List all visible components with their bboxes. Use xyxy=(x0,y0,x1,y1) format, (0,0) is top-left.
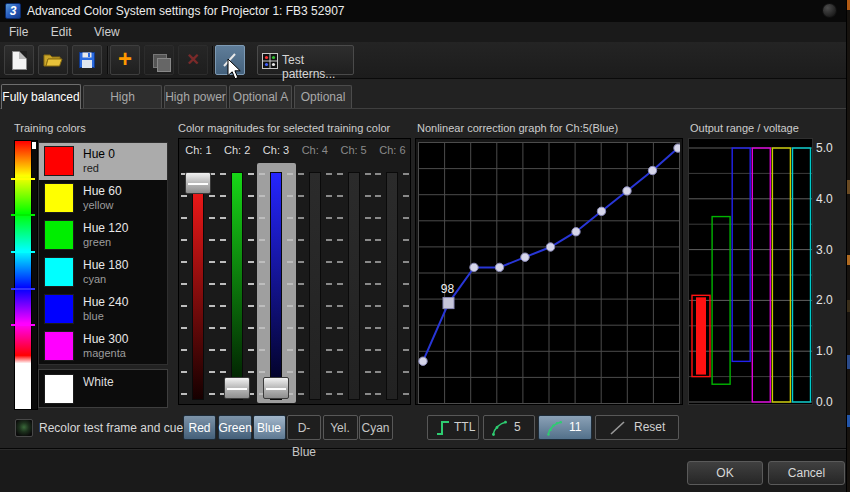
window-button[interactable] xyxy=(822,3,837,18)
slider-tick xyxy=(209,393,215,395)
slider-tick xyxy=(375,283,381,285)
training-item-magenta[interactable]: Hue 300magenta xyxy=(39,328,167,365)
slider-tick xyxy=(337,349,343,351)
color-swatch xyxy=(44,257,74,287)
tab-optional-a[interactable]: Optional A xyxy=(229,85,292,108)
graph-point-4[interactable] xyxy=(521,253,529,261)
output-range-label: Output range / voltage xyxy=(690,122,799,134)
graph-point-0[interactable] xyxy=(419,357,427,365)
slider-tick xyxy=(259,349,265,351)
training-item-yellow[interactable]: Hue 60yellow xyxy=(39,180,167,217)
slider-tick xyxy=(248,173,254,175)
channel-1-slider-track[interactable] xyxy=(192,172,204,400)
tab-optional-b[interactable]: Optional B xyxy=(294,85,352,108)
channel-button-red[interactable]: Red xyxy=(183,415,216,440)
channel-1-slider-thumb[interactable] xyxy=(185,172,211,194)
graph-point-6[interactable] xyxy=(572,228,580,236)
delete-button[interactable]: ✕ xyxy=(178,45,208,75)
curve-5-button[interactable]: 5 xyxy=(483,415,535,440)
slider-tick xyxy=(337,283,343,285)
channel-button-green[interactable]: Green xyxy=(218,415,252,440)
graph-point-8[interactable] xyxy=(623,187,631,195)
channel-5-slider-track xyxy=(348,172,360,400)
slider-tick xyxy=(403,195,409,197)
reset-button-label: Reset xyxy=(634,420,665,434)
training-item-green[interactable]: Hue 120green xyxy=(39,217,167,254)
training-item-red[interactable]: Hue 0red xyxy=(39,143,167,180)
graph-point-selected[interactable] xyxy=(443,298,454,309)
slider-tick xyxy=(209,217,215,219)
color-swatch xyxy=(44,220,74,250)
color-name-label: red xyxy=(83,162,99,174)
channel-2-slider-track[interactable] xyxy=(231,172,243,400)
slider-tick xyxy=(298,195,304,197)
slider-tick xyxy=(259,327,265,329)
slider-tick xyxy=(287,283,293,285)
open-button[interactable] xyxy=(38,45,68,75)
ttl-button[interactable]: TTL xyxy=(427,415,479,440)
color-name-label: green xyxy=(83,236,111,248)
channel-header-6: Ch: 6 xyxy=(372,144,412,156)
reset-button[interactable]: Reset xyxy=(595,415,679,440)
slider-tick xyxy=(298,239,304,241)
tab-fully-balanced[interactable]: Fully balanced xyxy=(1,84,81,109)
curve-11-button[interactable]: 11 xyxy=(538,415,592,440)
duplicate-button[interactable] xyxy=(144,45,174,75)
channel-3-slider-thumb[interactable] xyxy=(263,377,289,399)
channel-button-d-blue[interactable]: D-Blue xyxy=(287,415,321,440)
hue-label: Hue 240 xyxy=(83,295,128,309)
slider-tick xyxy=(220,349,226,351)
training-item-blue[interactable]: Hue 240blue xyxy=(39,291,167,328)
menu-file[interactable]: File xyxy=(0,22,37,39)
tab-high-power[interactable]: High power xyxy=(164,85,227,108)
channel-header-5: Ch: 5 xyxy=(334,144,374,156)
slider-tick xyxy=(209,327,215,329)
training-item-white[interactable]: White xyxy=(38,369,168,408)
graph-label: Nonlinear correction graph for Ch:5(Blue… xyxy=(417,122,618,134)
channel-2-slider-thumb[interactable] xyxy=(224,377,250,399)
output-bar-blue xyxy=(732,148,750,361)
slider-tick xyxy=(365,305,371,307)
channel-3-slider-track[interactable] xyxy=(270,172,282,400)
selected-point-value: 98 xyxy=(441,282,455,296)
new-button[interactable] xyxy=(4,45,34,75)
add-button[interactable]: + xyxy=(110,45,140,75)
slider-tick xyxy=(403,217,409,219)
slider-tick xyxy=(181,217,187,219)
slider-tick xyxy=(403,305,409,307)
slider-tick xyxy=(181,239,187,241)
graph-point-5[interactable] xyxy=(546,243,554,251)
menu-edit[interactable]: Edit xyxy=(42,22,81,39)
slider-tick xyxy=(259,283,265,285)
slider-tick xyxy=(365,239,371,241)
training-item-cyan[interactable]: Hue 180cyan xyxy=(39,254,167,291)
save-button[interactable] xyxy=(72,45,102,75)
slider-tick xyxy=(287,173,293,175)
channel-button-blue[interactable]: Blue xyxy=(253,415,286,440)
channel-button-yel[interactable]: Yel. xyxy=(323,415,358,440)
slider-tick xyxy=(298,173,304,175)
slider-tick xyxy=(248,327,254,329)
titlebar[interactable]: 3 Advanced Color System settings for Pro… xyxy=(0,0,846,23)
graph-point-3[interactable] xyxy=(495,263,503,271)
slider-tick xyxy=(209,195,215,197)
graph-point-9[interactable] xyxy=(648,166,656,174)
delete-x-icon: ✕ xyxy=(179,46,207,74)
graph-point-7[interactable] xyxy=(597,207,605,215)
correction-graph[interactable]: 98 xyxy=(418,142,680,404)
mouse-cursor xyxy=(227,58,243,81)
cancel-button[interactable]: Cancel xyxy=(768,461,845,485)
tab-high-saturation[interactable]: High saturation xyxy=(83,85,162,108)
channel-button-cyan[interactable]: Cyan xyxy=(359,415,393,440)
slider-tick xyxy=(248,371,254,373)
graph-point-10[interactable] xyxy=(674,144,680,152)
slider-tick xyxy=(326,371,332,373)
graph-point-2[interactable] xyxy=(470,263,478,271)
test-patterns-button[interactable]: Test patterns... xyxy=(257,45,354,75)
ok-button[interactable]: OK xyxy=(687,461,763,485)
recolor-checkbox[interactable] xyxy=(15,419,33,437)
hue-selection-marker[interactable] xyxy=(32,142,36,149)
menu-view[interactable]: View xyxy=(85,22,129,39)
window-title: Advanced Color System settings for Proje… xyxy=(27,4,345,18)
slider-tick xyxy=(365,195,371,197)
